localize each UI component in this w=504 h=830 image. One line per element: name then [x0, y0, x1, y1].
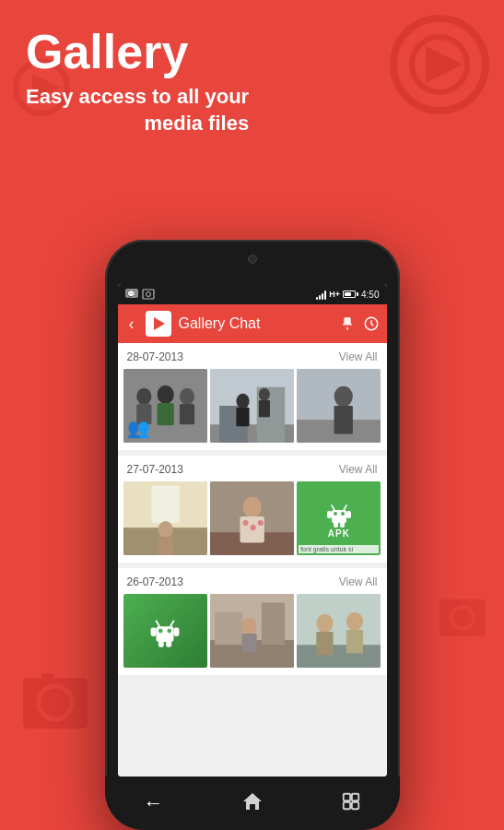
svg-point-49 — [334, 512, 337, 516]
hero-subtitle: Easy access to all your media files — [26, 84, 249, 111]
svg-line-52 — [344, 505, 346, 510]
photo-thumb-2[interactable] — [210, 369, 294, 443]
date-label-1: 28-07-2013 — [127, 350, 183, 363]
svg-marker-78 — [243, 793, 262, 810]
app-bar-actions — [339, 315, 380, 332]
svg-rect-82 — [351, 801, 357, 808]
svg-marker-2 — [426, 46, 463, 83]
svg-line-61 — [170, 621, 174, 626]
date-section-2: 27-07-2013 View All — [118, 456, 387, 563]
svg-rect-65 — [166, 641, 171, 647]
apk-caption: font gratis untuk si — [299, 545, 379, 553]
photo-icon — [142, 289, 155, 300]
svg-rect-54 — [346, 511, 351, 518]
date-label-2: 27-07-2013 — [127, 463, 183, 476]
back-button[interactable]: ‹ — [125, 311, 138, 338]
svg-rect-12 — [143, 290, 154, 299]
photo-thumb-1[interactable] — [123, 369, 207, 443]
android-robot-icon — [324, 499, 354, 528]
svg-rect-23 — [179, 404, 193, 424]
svg-point-47 — [258, 520, 264, 526]
svg-point-9 — [451, 607, 474, 629]
svg-line-60 — [157, 621, 160, 626]
svg-point-0 — [393, 18, 486, 111]
android-logo-icon — [147, 613, 182, 648]
svg-rect-31 — [259, 400, 270, 417]
photo-thumb-5[interactable] — [210, 481, 294, 555]
svg-point-4 — [39, 686, 72, 719]
svg-point-45 — [242, 520, 248, 526]
svg-rect-57 — [157, 626, 174, 642]
svg-point-39 — [158, 521, 172, 538]
photo-thumb-4[interactable] — [123, 481, 207, 555]
nav-bar: ← — [105, 777, 400, 830]
nav-back-button[interactable]: ← — [129, 784, 179, 823]
status-left-icons: 💬 — [125, 289, 155, 300]
svg-text:💬: 💬 — [127, 290, 135, 298]
svg-point-34 — [334, 386, 353, 407]
svg-rect-21 — [157, 403, 173, 425]
svg-line-51 — [332, 505, 334, 510]
svg-rect-81 — [343, 801, 349, 808]
svg-rect-29 — [236, 408, 249, 426]
svg-point-28 — [236, 394, 249, 409]
svg-rect-35 — [334, 406, 353, 433]
status-time: 4:50 — [361, 290, 379, 300]
photo-row-2: APK font gratis untuk si — [118, 481, 387, 563]
svg-rect-63 — [174, 627, 180, 636]
signal-type: H+ — [329, 290, 340, 299]
photo-thumb-7[interactable] — [210, 594, 294, 668]
svg-point-59 — [168, 629, 172, 634]
svg-point-18 — [136, 388, 151, 405]
pin-icon[interactable] — [339, 315, 356, 332]
app-logo — [146, 311, 171, 337]
view-all-1[interactable]: View All — [339, 350, 378, 363]
svg-point-43 — [242, 497, 261, 517]
svg-point-1 — [412, 37, 467, 92]
svg-point-50 — [341, 512, 345, 516]
date-label-3: 26-07-2013 — [127, 575, 183, 588]
view-all-2[interactable]: View All — [339, 463, 378, 476]
svg-rect-71 — [241, 634, 256, 652]
status-bar: 💬 H+ — [118, 284, 387, 304]
svg-rect-53 — [327, 511, 332, 518]
app-bar: ‹ Gallery Chat — [118, 304, 387, 343]
svg-rect-77 — [346, 630, 363, 653]
svg-rect-69 — [262, 603, 285, 646]
phone-mockup: 💬 H+ — [105, 240, 400, 830]
svg-point-30 — [259, 388, 270, 401]
app-bar-title: Gallery Chat — [179, 315, 332, 332]
svg-rect-68 — [215, 612, 242, 646]
svg-rect-5 — [41, 673, 54, 682]
phone-screen: 💬 H+ — [118, 284, 387, 777]
photo-thumb-8[interactable] — [297, 594, 381, 668]
svg-rect-38 — [151, 485, 179, 523]
svg-rect-79 — [343, 793, 349, 800]
view-all-3[interactable]: View All — [339, 575, 378, 588]
date-section-3: 26-07-2013 View All — [118, 568, 387, 675]
nav-recent-button[interactable] — [326, 784, 376, 824]
date-section-1: 28-07-2013 View All — [118, 343, 387, 450]
signal-bars — [316, 289, 326, 300]
svg-point-74 — [316, 614, 333, 633]
svg-rect-56 — [340, 522, 345, 528]
apk-label: APK — [328, 528, 350, 539]
svg-point-58 — [158, 629, 163, 634]
photo-thumb-3[interactable] — [297, 369, 381, 443]
photo-row-3 — [118, 594, 387, 675]
history-icon[interactable] — [363, 315, 380, 332]
svg-rect-19 — [136, 404, 151, 424]
photo-thumb-android[interactable] — [123, 594, 207, 668]
svg-rect-8 — [440, 599, 486, 636]
phone-camera — [248, 255, 257, 264]
nav-home-button[interactable] — [227, 783, 278, 824]
svg-rect-62 — [151, 627, 157, 636]
battery-icon — [343, 290, 358, 298]
svg-rect-48 — [332, 510, 346, 523]
hero-text: Gallery Easy access to all your media fi… — [26, 26, 249, 136]
photo-thumb-apk[interactable]: APK font gratis untuk si — [297, 481, 381, 555]
hero-title: Gallery — [26, 26, 249, 78]
svg-point-20 — [157, 385, 173, 404]
messenger-icon: 💬 — [125, 289, 138, 300]
svg-rect-75 — [316, 632, 333, 655]
